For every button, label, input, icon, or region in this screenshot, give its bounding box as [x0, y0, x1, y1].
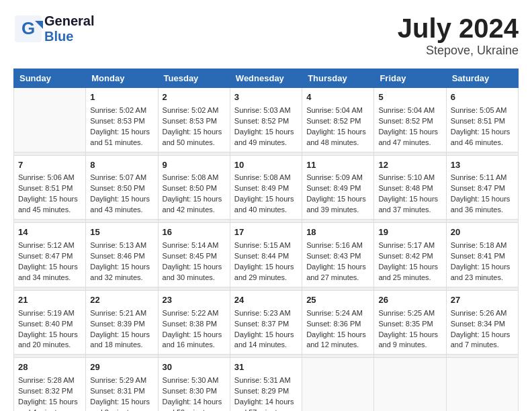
day-info-line: and 39 minutes.	[306, 205, 369, 216]
day-info-line: Sunset: 8:47 PM	[451, 183, 514, 194]
day-number: 15	[90, 226, 153, 239]
day-cell	[302, 358, 374, 411]
day-info-line: Daylight: 15 hours	[90, 194, 153, 205]
day-info-line: Sunrise: 5:02 AM	[90, 105, 153, 116]
day-info-line: Daylight: 15 hours	[18, 194, 81, 205]
week-row-4: 28Sunrise: 5:28 AMSunset: 8:32 PMDayligh…	[14, 358, 519, 411]
day-info-line: Sunset: 8:45 PM	[163, 251, 226, 262]
day-number: 5	[378, 91, 441, 104]
day-info-line: and 23 minutes.	[451, 273, 514, 283]
day-number: 18	[306, 226, 369, 239]
day-info-line: Sunrise: 5:26 AM	[451, 308, 514, 319]
day-info-line: Daylight: 15 hours	[163, 330, 226, 340]
day-info-line: Sunrise: 5:06 AM	[18, 173, 81, 183]
svg-text:G: G	[21, 18, 35, 38]
day-info-line: Sunset: 8:40 PM	[18, 319, 81, 330]
day-info-line: Sunrise: 5:29 AM	[90, 375, 153, 386]
location: Stepove, Ukraine	[398, 44, 519, 58]
day-info-line: Sunset: 8:52 PM	[234, 116, 298, 127]
day-info-line: Daylight: 15 hours	[90, 262, 153, 273]
day-info-line: Sunrise: 5:31 AM	[234, 375, 298, 386]
day-info-line: and 48 minutes.	[306, 138, 369, 148]
day-cell: 8Sunrise: 5:07 AMSunset: 8:50 PMDaylight…	[86, 155, 158, 220]
day-cell: 22Sunrise: 5:21 AMSunset: 8:39 PMDayligh…	[86, 290, 158, 355]
day-info-line: Sunrise: 5:04 AM	[306, 105, 369, 116]
day-info-line: Daylight: 15 hours	[234, 262, 298, 273]
day-number: 26	[378, 294, 441, 307]
day-number: 28	[18, 361, 81, 374]
day-number: 25	[306, 294, 369, 307]
day-info-line: and 16 minutes.	[163, 340, 226, 351]
day-info-line: Sunset: 8:52 PM	[306, 116, 369, 127]
day-cell: 21Sunrise: 5:19 AMSunset: 8:40 PMDayligh…	[14, 290, 86, 355]
day-cell: 26Sunrise: 5:25 AMSunset: 8:35 PMDayligh…	[374, 290, 446, 355]
day-info-line: Daylight: 15 hours	[306, 262, 369, 273]
day-info-line: Sunrise: 5:08 AM	[163, 173, 226, 183]
day-info-line: Sunset: 8:38 PM	[163, 319, 226, 330]
day-info-line: Sunset: 8:43 PM	[306, 251, 369, 262]
day-info-line: Sunset: 8:51 PM	[451, 116, 514, 127]
day-info-line: Sunrise: 5:03 AM	[234, 105, 298, 116]
day-info-line: Sunrise: 5:21 AM	[90, 308, 153, 319]
page-header: G General Blue July 2024 Stepove, Ukrain…	[13, 13, 519, 58]
day-info-line: Sunset: 8:35 PM	[378, 319, 441, 330]
day-info-line: Daylight: 15 hours	[451, 330, 514, 340]
day-info-line: Sunset: 8:32 PM	[18, 386, 81, 397]
day-cell: 24Sunrise: 5:23 AMSunset: 8:37 PMDayligh…	[230, 290, 302, 355]
day-cell: 30Sunrise: 5:30 AMSunset: 8:30 PMDayligh…	[158, 358, 230, 411]
day-info-line: Sunset: 8:49 PM	[306, 183, 369, 194]
day-info-line: Sunrise: 5:14 AM	[163, 240, 226, 251]
day-number: 11	[306, 159, 369, 172]
day-cell: 18Sunrise: 5:16 AMSunset: 8:43 PMDayligh…	[302, 223, 374, 287]
day-info-line: Daylight: 15 hours	[306, 330, 369, 340]
day-number: 17	[234, 226, 298, 239]
day-number: 3	[234, 91, 298, 104]
day-number: 12	[378, 159, 441, 172]
day-info-line: and 47 minutes.	[378, 138, 441, 148]
day-info-line: and 49 minutes.	[234, 138, 298, 148]
week-row-1: 7Sunrise: 5:06 AMSunset: 8:51 PMDaylight…	[14, 155, 519, 220]
day-info-line: and 4 minutes.	[18, 408, 81, 411]
day-info-line: and 27 minutes.	[306, 273, 369, 283]
day-cell: 2Sunrise: 5:02 AMSunset: 8:53 PMDaylight…	[158, 88, 230, 152]
day-info-line: Sunset: 8:46 PM	[90, 251, 153, 262]
day-info-line: Daylight: 15 hours	[90, 127, 153, 138]
day-info-line: Daylight: 15 hours	[234, 194, 298, 205]
day-info-line: and 43 minutes.	[90, 205, 153, 216]
day-cell: 19Sunrise: 5:17 AMSunset: 8:42 PMDayligh…	[374, 223, 446, 287]
day-info-line: Sunset: 8:41 PM	[451, 251, 514, 262]
day-info-line: Sunset: 8:52 PM	[378, 116, 441, 127]
day-cell: 31Sunrise: 5:31 AMSunset: 8:29 PMDayligh…	[230, 358, 302, 411]
weekday-saturday: Saturday	[446, 69, 518, 88]
day-cell: 10Sunrise: 5:08 AMSunset: 8:49 PMDayligh…	[230, 155, 302, 220]
day-info-line: Sunrise: 5:10 AM	[378, 173, 441, 183]
day-info-line: Sunrise: 5:18 AM	[451, 240, 514, 251]
day-info-line: Daylight: 15 hours	[18, 330, 81, 340]
day-info-line: Sunrise: 5:13 AM	[90, 240, 153, 251]
day-info-line: Sunrise: 5:02 AM	[163, 105, 226, 116]
day-info-line: Daylight: 15 hours	[18, 397, 81, 408]
day-info-line: Daylight: 15 hours	[451, 194, 514, 205]
day-info-line: Sunrise: 5:15 AM	[234, 240, 298, 251]
day-number: 21	[18, 294, 81, 307]
day-cell: 11Sunrise: 5:09 AMSunset: 8:49 PMDayligh…	[302, 155, 374, 220]
month-year: July 2024	[398, 13, 519, 44]
day-info-line: Daylight: 15 hours	[378, 127, 441, 138]
day-info-line: and 25 minutes.	[378, 273, 441, 283]
weekday-friday: Friday	[374, 69, 446, 88]
day-cell: 13Sunrise: 5:11 AMSunset: 8:47 PMDayligh…	[446, 155, 518, 220]
day-cell: 3Sunrise: 5:03 AMSunset: 8:52 PMDaylight…	[230, 88, 302, 152]
day-cell: 17Sunrise: 5:15 AMSunset: 8:44 PMDayligh…	[230, 223, 302, 287]
day-info-line: Daylight: 15 hours	[378, 194, 441, 205]
day-info-line: and 57 minutes.	[234, 408, 298, 411]
day-cell: 16Sunrise: 5:14 AMSunset: 8:45 PMDayligh…	[158, 223, 230, 287]
day-info-line: Daylight: 15 hours	[18, 262, 81, 273]
day-cell: 7Sunrise: 5:06 AMSunset: 8:51 PMDaylight…	[14, 155, 86, 220]
day-number: 6	[451, 91, 514, 104]
day-info-line: and 34 minutes.	[18, 273, 81, 283]
weekday-tuesday: Tuesday	[158, 69, 230, 88]
logo-blue: Blue	[44, 29, 94, 44]
logo: G General Blue	[13, 13, 94, 44]
day-info-line: and 12 minutes.	[306, 340, 369, 351]
day-info-line: and 9 minutes.	[378, 340, 441, 351]
